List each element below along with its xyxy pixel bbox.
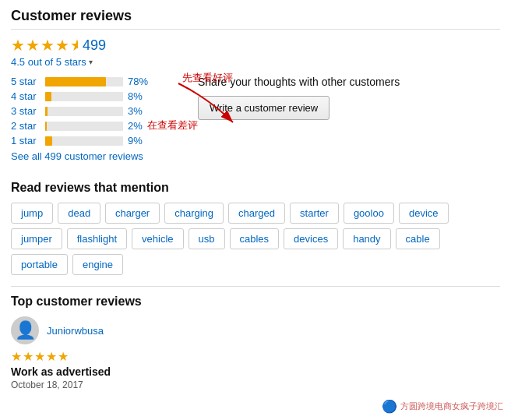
watermark: 🔵 方圆跨境电商女疯子跨境汇 <box>382 399 503 414</box>
bar-track-4 <box>45 122 123 131</box>
top-reviews-title: Top customer reviews <box>11 286 500 309</box>
main-section: 5 star78%4 star8%3 star3%2 star2%1 star9… <box>11 76 500 171</box>
bar-row-5: 1 star9% <box>11 135 182 146</box>
avatar-icon: 👤 <box>15 320 36 341</box>
mention-tag-vehicle[interactable]: vehicle <box>132 228 183 249</box>
mention-tag-gooloo[interactable]: gooloo <box>344 203 394 224</box>
share-section: Share your thoughts with other customers… <box>198 76 500 171</box>
review-count[interactable]: 499 <box>83 37 106 54</box>
bar-row-4: 2 star2% <box>11 120 182 132</box>
mention-tag-engine[interactable]: engine <box>72 254 123 275</box>
review-headline: Work as advertised <box>11 365 500 378</box>
avg-rating[interactable]: 4.5 out of 5 stars ▾ <box>11 56 500 68</box>
see-all-link[interactable]: See all 499 customer reviews <box>11 150 143 162</box>
review-star-1: ★ <box>11 349 22 364</box>
bar-track-2 <box>45 92 123 101</box>
page-title: Customer reviews <box>11 8 500 30</box>
mention-tag-usb[interactable]: usb <box>189 228 225 249</box>
mention-tag-cables[interactable]: cables <box>230 228 280 249</box>
bar-row-2: 4 star8% <box>11 90 182 102</box>
star-5-half: ★ <box>70 36 78 55</box>
bar-row-3: 3 star3% <box>11 105 182 117</box>
review-star-4: ★ <box>46 349 57 364</box>
bar-row-1: 5 star78% <box>11 76 182 87</box>
overall-rating-row: ★ ★ ★ ★ ★ 499 <box>11 36 500 55</box>
review-0: 👤Juniorwbusa★★★★★Work as advertisedOctob… <box>11 316 500 390</box>
mention-tag-devices[interactable]: devices <box>284 228 338 249</box>
star-1: ★ <box>11 36 25 55</box>
reviews-container: 👤Juniorwbusa★★★★★Work as advertisedOctob… <box>11 316 500 390</box>
bar-label-2[interactable]: 4 star <box>11 90 41 102</box>
bar-fill-2 <box>45 92 51 101</box>
mention-tags: jumpdeadchargerchargingchargedstartergoo… <box>11 203 500 275</box>
review-star-2: ★ <box>23 349 33 364</box>
review-star-rating: ★★★★★ <box>11 349 500 364</box>
bar-label-5[interactable]: 1 star <box>11 135 41 146</box>
bar-pct-3: 3% <box>128 105 143 117</box>
bar-label-1[interactable]: 5 star <box>11 76 41 87</box>
bar-track-3 <box>45 107 123 116</box>
bar-pct-1: 78% <box>128 76 148 87</box>
avatar: 👤 <box>11 316 39 344</box>
rating-bars: 5 star78%4 star8%3 star3%2 star2%1 star9… <box>11 76 182 171</box>
mention-tag-dead[interactable]: dead <box>58 203 100 224</box>
bar-track-1 <box>45 77 123 86</box>
mention-tag-device[interactable]: device <box>399 203 449 224</box>
bar-track-5 <box>45 136 123 146</box>
avg-rating-label: 4.5 out of 5 stars <box>11 56 86 68</box>
bar-pct-2: 8% <box>128 90 143 102</box>
mention-section: Read reviews that mention jumpdeadcharge… <box>11 181 500 275</box>
bar-label-4[interactable]: 2 star <box>11 120 41 132</box>
reviewer-row: 👤Juniorwbusa <box>11 316 500 344</box>
bar-pct-4: 2% <box>128 120 143 132</box>
mention-tag-flashlight[interactable]: flashlight <box>67 228 127 249</box>
share-text: Share your thoughts with other customers <box>198 76 500 88</box>
bar-pct-5: 9% <box>128 135 143 146</box>
review-star-3: ★ <box>34 349 45 364</box>
bar-fill-5 <box>45 136 52 146</box>
review-star-5: ★ <box>58 349 69 364</box>
write-review-button[interactable]: Write a customer review <box>198 96 330 120</box>
watermark-text: 方圆跨境电商女疯子跨境汇 <box>400 401 503 412</box>
mention-tag-charger[interactable]: charger <box>105 203 160 224</box>
review-headline-text: Work as advertised <box>11 365 111 378</box>
star-4: ★ <box>55 36 69 55</box>
bar-fill-1 <box>45 77 106 86</box>
mention-tag-handy[interactable]: handy <box>343 228 390 249</box>
top-reviews-section: Top customer reviews 👤Juniorwbusa★★★★★Wo… <box>11 286 500 390</box>
bar-fill-3 <box>45 107 48 116</box>
review-date: October 18, 2017 <box>11 379 500 390</box>
mention-tag-jump[interactable]: jump <box>11 203 53 224</box>
mention-tag-charging[interactable]: charging <box>164 203 224 224</box>
mention-title: Read reviews that mention <box>11 181 500 195</box>
avg-rating-arrow: ▾ <box>89 58 93 66</box>
mention-tag-jumper[interactable]: jumper <box>11 228 62 249</box>
mention-tag-charged[interactable]: charged <box>228 203 285 224</box>
reviewer-name[interactable]: Juniorwbusa <box>47 325 104 337</box>
bar-fill-4 <box>45 122 47 131</box>
star-3: ★ <box>41 36 55 55</box>
mention-tag-portable[interactable]: portable <box>11 254 68 275</box>
star-rating: ★ ★ ★ ★ ★ <box>11 36 78 55</box>
star-2: ★ <box>26 36 40 55</box>
mention-tag-starter[interactable]: starter <box>290 203 339 224</box>
bar-label-3[interactable]: 3 star <box>11 105 41 117</box>
mention-tag-cable[interactable]: cable <box>396 228 440 249</box>
